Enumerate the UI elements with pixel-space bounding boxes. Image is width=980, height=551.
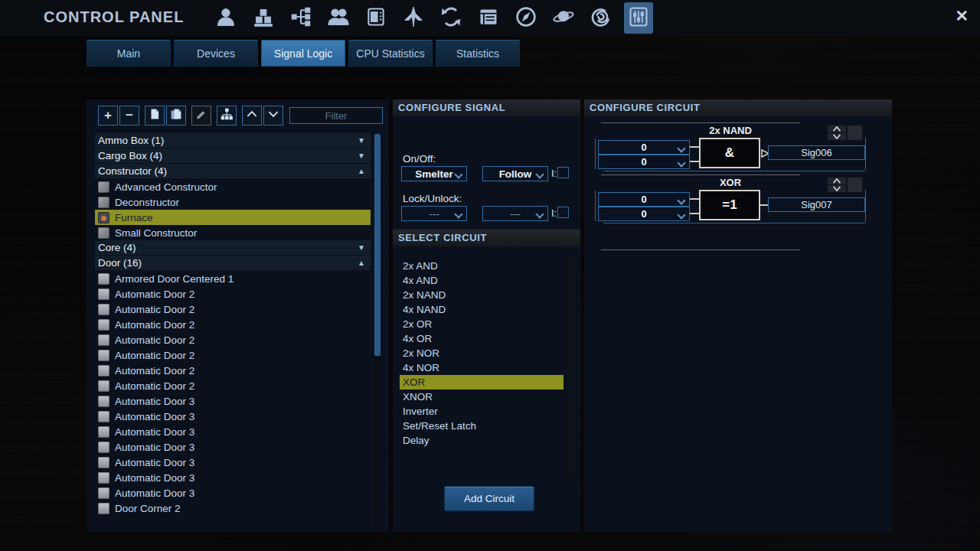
remove-group-button[interactable]: − [119,106,139,126]
device-icon [98,380,109,392]
top-nav [211,0,653,36]
nav-devices[interactable] [286,2,315,34]
circuit-move-down-button[interactable] [828,133,846,140]
device-row[interactable]: Automatic Door 3 [95,424,371,439]
circuit-input-1-select[interactable]: 0 [598,140,690,155]
device-row[interactable]: Small Constructor [95,225,371,240]
move-down-button[interactable] [263,106,283,126]
crew-icon [328,6,349,31]
device-row[interactable]: Advanced Constructor [95,179,371,194]
chevron-down-icon [677,144,685,152]
filter-input[interactable] [289,107,383,124]
device-row[interactable]: Automatic Door 2 [95,286,371,302]
device-row[interactable]: Automatic Door 3 [95,470,371,485]
nav-galaxy[interactable] [586,2,616,34]
circuit-option[interactable]: 2x AND [400,259,564,273]
circuit-option[interactable]: 4x NOR [400,360,564,375]
minus-icon: − [126,108,133,123]
circuit-move-up-button[interactable] [828,178,846,184]
copy-button[interactable] [145,106,165,126]
device-row[interactable]: Door (16) ▲ [95,256,371,271]
circuit-option[interactable]: 4x OR [400,331,564,346]
tab-main[interactable]: Main [87,40,171,67]
device-row[interactable]: Automatic Door 3 [95,485,371,500]
nav-control-panel[interactable] [624,2,653,34]
lock-signal-select[interactable]: --- [401,206,467,221]
circuit-option[interactable]: Delay [400,433,564,448]
copy-all-button[interactable] [166,106,186,126]
device-row[interactable]: Automatic Door 2 [95,302,371,317]
circuit-input-2-select[interactable]: 0 [598,155,690,169]
device-row[interactable]: Automatic Door 2 [95,317,371,332]
device-scrollbar[interactable] [374,134,381,527]
tab-cpu-statistics[interactable]: CPU Statistics [348,40,433,67]
circuit-option[interactable]: 4x NAND [400,302,564,317]
circuit-option[interactable]: 2x NOR [400,346,564,360]
device-row[interactable]: Automatic Door 2 [95,347,371,363]
device-row[interactable]: Door Corner 2 [95,500,371,516]
device-row[interactable]: Automatic Door 2 [95,378,371,393]
add-circuit-button[interactable]: Add Circuit [444,486,534,511]
circuit-option[interactable]: Set/Reset Latch [400,419,564,433]
device-row[interactable]: Furnace [95,210,371,225]
circuit-option[interactable]: 2x OR [400,317,564,331]
onoff-signal-select[interactable]: Smelter [401,166,467,181]
nav-ship[interactable] [399,2,428,34]
circuit-delete-button[interactable] [848,178,862,192]
nav-tablet[interactable] [361,2,390,34]
move-up-button[interactable] [242,106,262,126]
nav-crew[interactable] [324,2,353,34]
device-row[interactable]: Constructor (4) ▲ [95,164,371,179]
device-row[interactable]: Ammo Box (1) ▼ [95,133,371,148]
lock-mode-select[interactable]: --- [482,206,548,221]
nav-compass[interactable] [511,2,541,34]
device-row[interactable]: Automatic Door 3 [95,393,371,409]
device-row[interactable]: Core (4) ▼ [95,240,371,256]
device-row[interactable]: Deconstructor [95,194,371,210]
tab-signal-logic[interactable]: Signal Logic [261,40,345,67]
device-scrollbar-thumb[interactable] [374,134,381,356]
device-row[interactable]: Automatic Door 2 [95,363,371,378]
hierarchy-icon [220,107,234,125]
output-signal-field[interactable]: Sig007 [768,197,865,212]
device-row[interactable]: Automatic Door 3 [95,409,371,424]
device-row[interactable]: Automatic Door 3 [95,455,371,470]
device-label: Cargo Box (4) [98,150,162,161]
device-row[interactable]: Automatic Door 2 [95,332,371,347]
copy-page-icon [148,107,162,125]
output-signal-field[interactable]: Sig006 [768,145,865,160]
circuit-option[interactable]: 4x AND [400,273,564,288]
close-button[interactable]: ✕ [955,7,969,25]
nav-player[interactable] [211,2,240,34]
tab-devices[interactable]: Devices [174,40,258,67]
lock-invert-checkbox[interactable] [557,207,569,218]
device-row[interactable]: Automatic Door 3 [95,439,371,455]
circuit-option[interactable]: XNOR [400,390,564,404]
circuit-list-scrollbar[interactable] [567,259,573,477]
nav-statistics[interactable] [474,2,503,34]
device-icon [98,273,109,285]
device-label: Furnace [115,212,153,223]
nav-planet[interactable] [549,2,578,34]
onoff-mode-select[interactable]: Follow [482,166,548,181]
circuit-option[interactable]: 2x NAND [400,288,564,302]
rename-button[interactable] [191,106,211,126]
nav-logistics[interactable] [436,2,466,34]
device-row[interactable]: Armored Door Centered 1 [95,271,371,286]
circuit-input-1-select[interactable]: 0 [598,192,690,207]
add-group-button[interactable]: + [98,106,118,126]
circuit-reorder [828,178,846,193]
circuit-move-up-button[interactable] [828,126,846,132]
circuit-delete-button[interactable] [848,126,862,140]
circuit-move-down-button[interactable] [828,185,846,192]
device-row[interactable]: Cargo Box (4) ▼ [95,148,371,164]
nav-cargo[interactable] [249,2,278,34]
circuit-input-2-select[interactable]: 0 [598,207,690,221]
circuit-option[interactable]: XOR [400,375,564,390]
device-label: Door Corner 2 [115,503,181,514]
device-list: Ammo Box (1) ▼ Cargo Box (4) ▼ Construct… [95,133,371,516]
onoff-invert-checkbox[interactable] [557,167,569,178]
tab-statistics[interactable]: Statistics [436,40,520,67]
group-devices-button[interactable] [217,106,237,126]
circuit-option[interactable]: Inverter [400,404,564,419]
